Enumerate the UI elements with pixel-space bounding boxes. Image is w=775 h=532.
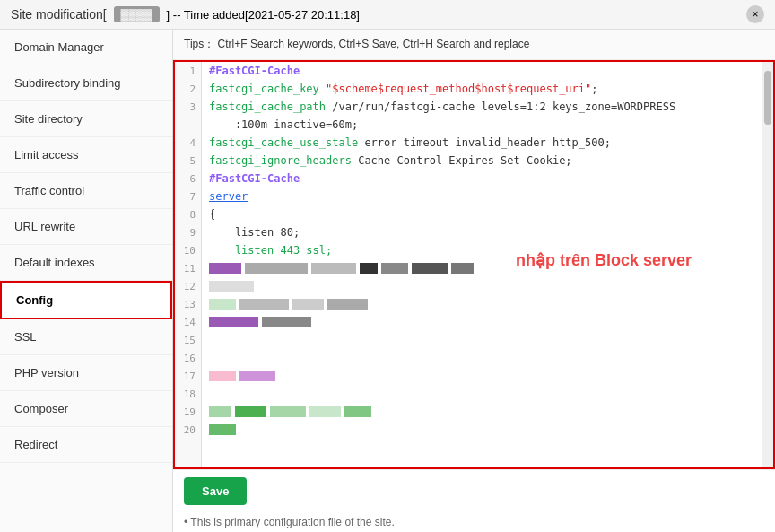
redacted-box [239, 299, 289, 310]
redacted-box [209, 299, 236, 310]
ln-4 [175, 116, 201, 134]
redacted-box [209, 406, 231, 417]
sidebar-item-php-version[interactable]: PHP version [0, 355, 172, 391]
ln-18: 18 [175, 385, 201, 403]
code-token: Cache-Control Expires Set-Cookie; [358, 154, 571, 167]
main-area: Domain Manager Subdirectory binding Site… [0, 30, 775, 532]
ln-13: 13 [175, 295, 201, 313]
save-button[interactable]: Save [184, 477, 247, 505]
ln-8: 8 [175, 205, 201, 223]
code-token: fastcgi_cache_path [209, 100, 332, 113]
redacted-box [292, 299, 324, 310]
site-badge: ▓▓▓▓ [114, 6, 160, 22]
redacted-box [239, 371, 275, 381]
scrollbar-track[interactable] [762, 62, 773, 467]
sidebar-item-ssl[interactable]: SSL [0, 319, 172, 355]
ln-16: 16 [175, 349, 201, 367]
ln-20: 20 [175, 421, 201, 439]
ln-9: 9 [175, 223, 201, 241]
ln-15: 15 [175, 331, 201, 349]
redacted-box [360, 263, 378, 274]
code-token-server: server [209, 190, 248, 203]
redacted-box [209, 424, 236, 435]
code-token: error timeout invalid_header http_500; [364, 136, 611, 149]
code-line-5: fastcgi_ignore_headers Cache-Control Exp… [209, 152, 755, 170]
code-token: fastcgi_ignore_headers [209, 154, 358, 167]
ln-7: 7 [175, 188, 201, 205]
code-token: fastcgi_cache_use_stale [209, 136, 364, 149]
ln-1: 1 [175, 62, 201, 80]
ln-3: 3 [175, 98, 201, 116]
code-line-6: #FastCGI-Cache [209, 170, 755, 188]
code-line-19 [209, 403, 755, 421]
tips-shortcuts: Ctrl+F Search keywords, Ctrl+S Save, Ctr… [218, 38, 530, 50]
redacted-box [209, 317, 258, 327]
code-editor[interactable]: 1 2 3 4 5 6 7 8 9 10 11 12 13 1 [173, 60, 775, 469]
code-token: /var/run/fastcgi-cache levels=1:2 keys_z… [332, 100, 675, 113]
code-content[interactable]: #FastCGI-Cache fastcgi_cache_key "$schem… [202, 62, 762, 467]
code-token: #FastCGI-Cache [209, 172, 300, 185]
ln-14: 14 [175, 313, 201, 331]
code-line-13 [209, 295, 755, 313]
redacted-box [344, 406, 371, 417]
redacted-box [381, 263, 408, 274]
redacted-box [311, 263, 356, 274]
code-line-10: listen 443 ssl; [209, 241, 755, 259]
tips-bar: Tips： Ctrl+F Search keywords, Ctrl+S Sav… [173, 30, 775, 60]
ln-4b: 4 [175, 134, 201, 152]
redacted-content [209, 299, 368, 310]
code-line-14 [209, 313, 755, 331]
redacted-box [209, 281, 254, 292]
redacted-box [412, 263, 448, 274]
ln-11: 11 [175, 259, 201, 277]
redacted-box [235, 406, 266, 417]
editor-area: 1 2 3 4 5 6 7 8 9 10 11 12 13 1 [173, 60, 775, 532]
ln-10: 10 [175, 241, 201, 259]
redacted-box [262, 317, 311, 327]
code-line-12 [209, 277, 755, 295]
line-numbers: 1 2 3 4 5 6 7 8 9 10 11 12 13 1 [175, 62, 202, 467]
sidebar-item-site-directory[interactable]: Site directory [0, 101, 172, 137]
sidebar-item-config[interactable]: Config [0, 281, 172, 319]
redacted-box [327, 299, 368, 310]
app-container: Site modification[ ▓▓▓▓ ] -- Time added[… [0, 0, 775, 532]
code-line-16 [209, 349, 755, 367]
sidebar-item-redirect[interactable]: Redirect [0, 427, 172, 463]
code-line-3a: fastcgi_cache_path /var/run/fastcgi-cach… [209, 98, 755, 116]
redacted-content [209, 371, 275, 381]
sidebar-item-limit-access[interactable]: Limit access [0, 137, 172, 173]
redacted-content [209, 406, 371, 417]
redacted-content [209, 317, 311, 327]
redacted-box [451, 263, 474, 274]
sidebar-item-subdirectory-binding[interactable]: Subdirectory binding [0, 65, 172, 101]
content-area: Tips： Ctrl+F Search keywords, Ctrl+S Sav… [173, 30, 775, 532]
close-button[interactable]: × [746, 5, 764, 23]
ln-2: 2 [175, 80, 201, 98]
sidebar-item-composer[interactable]: Composer [0, 391, 172, 427]
scrollbar-thumb[interactable] [764, 71, 771, 125]
ln-5: 5 [175, 152, 201, 170]
redacted-box [209, 263, 241, 274]
sidebar: Domain Manager Subdirectory binding Site… [0, 30, 173, 532]
code-line-15 [209, 331, 755, 349]
code-token: :100m inactive=60m; [209, 118, 358, 131]
sidebar-item-domain-manager[interactable]: Domain Manager [0, 30, 172, 65]
window-title: Site modification[ [11, 7, 107, 22]
redacted-box [309, 406, 341, 417]
window-title-suffix: ] -- Time added[2021-05-27 20:11:18] [167, 8, 360, 22]
ln-17: 17 [175, 367, 201, 385]
tips-label: Tips： [184, 38, 214, 50]
code-line-7: server [209, 188, 755, 205]
code-line-18 [209, 385, 755, 403]
code-line-8: { [209, 205, 755, 223]
redacted-content [209, 281, 254, 292]
ln-6: 6 [175, 170, 201, 188]
redacted-content [209, 263, 474, 274]
footer-note: • This is primary configuration file of … [184, 516, 764, 528]
code-line-4: fastcgi_cache_use_stale error timeout in… [209, 134, 755, 152]
sidebar-item-traffic-control[interactable]: Traffic control [0, 173, 172, 209]
sidebar-item-url-rewrite[interactable]: URL rewrite [0, 209, 172, 245]
bottom-bar: Save [173, 469, 775, 512]
sidebar-item-default-indexes[interactable]: Default indexes [0, 245, 172, 281]
ln-12: 12 [175, 277, 201, 295]
